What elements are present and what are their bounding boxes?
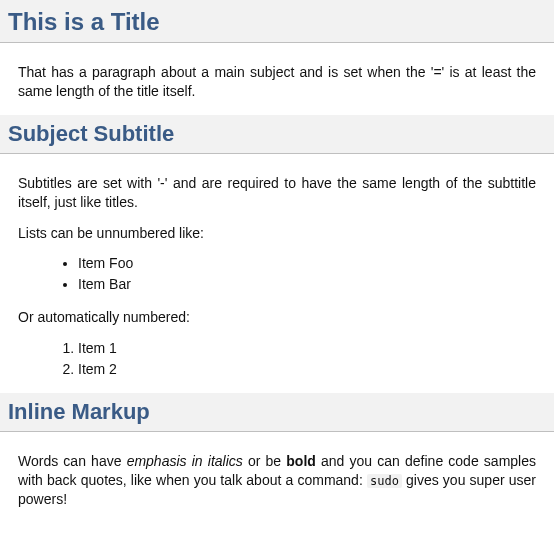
list-item: Item 1 bbox=[78, 339, 536, 358]
section-1-body: That has a paragraph about a main subjec… bbox=[0, 43, 554, 101]
bold-text: bold bbox=[286, 453, 316, 469]
title-paragraph: That has a paragraph about a main subjec… bbox=[18, 63, 536, 101]
code-text: sudo bbox=[367, 474, 402, 488]
section-2-body: Subtitles are set with '-' and are requi… bbox=[0, 154, 554, 379]
list-item: Item Foo bbox=[78, 254, 536, 273]
list-item: Item 2 bbox=[78, 360, 536, 379]
ordered-list: Item 1 Item 2 bbox=[78, 339, 536, 379]
unordered-list: Item Foo Item Bar bbox=[78, 254, 536, 294]
list-item: Item Bar bbox=[78, 275, 536, 294]
inline-markup-heading: Inline Markup bbox=[0, 393, 554, 432]
inline-markup-paragraph: Words can have emphasis in italics or be… bbox=[18, 452, 536, 509]
text-run: Words can have bbox=[18, 453, 127, 469]
title-heading: This is a Title bbox=[0, 0, 554, 43]
subtitle-paragraph-2: Lists can be unnumbered like: bbox=[18, 224, 536, 243]
emphasis-text: emphasis in italics bbox=[127, 453, 243, 469]
subtitle-heading: Subject Subtitle bbox=[0, 115, 554, 154]
section-3-body: Words can have emphasis in italics or be… bbox=[0, 432, 554, 509]
subtitle-paragraph-3: Or automatically numbered: bbox=[18, 308, 536, 327]
text-run: or be bbox=[243, 453, 287, 469]
subtitle-paragraph-1: Subtitles are set with '-' and are requi… bbox=[18, 174, 536, 212]
